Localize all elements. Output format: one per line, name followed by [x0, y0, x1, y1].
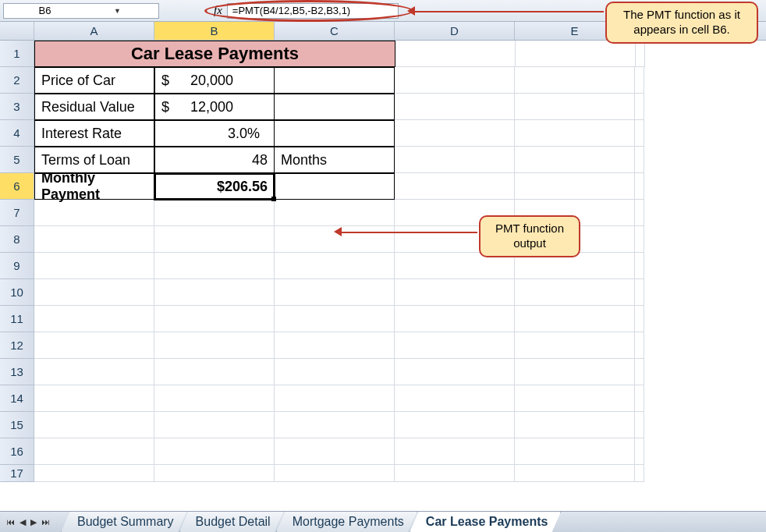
cell-E14[interactable]: [515, 385, 635, 412]
cell-B13[interactable]: [154, 359, 275, 385]
cell-F5[interactable]: [635, 147, 644, 173]
fill-handle[interactable]: [271, 197, 276, 201]
cell-B15[interactable]: [154, 412, 275, 438]
row-header-1[interactable]: 1: [0, 41, 34, 67]
row-header-10[interactable]: 10: [0, 279, 34, 306]
cell-F11[interactable]: [635, 306, 644, 332]
cell-F9[interactable]: [635, 253, 644, 279]
cell-C10[interactable]: [275, 279, 395, 306]
tab-budget-detail[interactable]: Budget Detail: [179, 512, 284, 533]
cell-A2[interactable]: Price of Car: [34, 67, 154, 94]
cell-B12[interactable]: [154, 332, 275, 359]
cell-D10[interactable]: [395, 279, 515, 306]
col-header-C[interactable]: C: [275, 22, 395, 40]
cell-C2[interactable]: [275, 67, 395, 94]
cell-A4[interactable]: Interest Rate: [34, 120, 154, 147]
cell-E15[interactable]: [515, 412, 635, 438]
cell-F13[interactable]: [635, 359, 644, 385]
row-header-16[interactable]: 16: [0, 438, 34, 465]
cell-A9[interactable]: [34, 253, 154, 279]
select-all-corner[interactable]: [0, 22, 34, 40]
cell-A3[interactable]: Residual Value: [34, 94, 154, 120]
tab-nav-prev-icon[interactable]: ◀: [18, 517, 27, 527]
cell-C9[interactable]: [275, 253, 395, 279]
cell-C7[interactable]: [275, 200, 395, 226]
cell-B17[interactable]: [154, 465, 275, 482]
cell-D5[interactable]: [395, 147, 515, 173]
tab-nav-next-icon[interactable]: ▶: [29, 517, 38, 527]
cell-D11[interactable]: [395, 306, 515, 332]
cell-F1[interactable]: [636, 41, 645, 67]
cell-E10[interactable]: [515, 279, 635, 306]
cell-F2[interactable]: [635, 67, 644, 94]
cell-B9[interactable]: [154, 253, 275, 279]
col-header-B[interactable]: B: [154, 22, 275, 40]
row-header-4[interactable]: 4: [0, 120, 34, 147]
cell-B2[interactable]: $ 20,000: [154, 67, 275, 94]
row-header-11[interactable]: 11: [0, 306, 34, 332]
cell-B4[interactable]: 3.0%: [154, 120, 275, 147]
cell-F8[interactable]: [635, 226, 644, 253]
cell-A11[interactable]: [34, 306, 154, 332]
tab-nav-last-icon[interactable]: ⏭: [40, 517, 51, 527]
cell-E16[interactable]: [515, 438, 635, 465]
row-header-5[interactable]: 5: [0, 147, 34, 173]
cell-F14[interactable]: [635, 385, 644, 412]
row-header-15[interactable]: 15: [0, 412, 34, 438]
cell-A7[interactable]: [34, 200, 154, 226]
cell-C13[interactable]: [275, 359, 395, 385]
row-header-2[interactable]: 2: [0, 67, 34, 94]
cell-F12[interactable]: [635, 332, 644, 359]
cell-C6[interactable]: [275, 173, 395, 200]
cell-F3[interactable]: [635, 94, 644, 120]
cell-D4[interactable]: [395, 120, 515, 147]
row-header-17[interactable]: 17: [0, 465, 34, 482]
cell-F15[interactable]: [635, 412, 644, 438]
row-header-8[interactable]: 8: [0, 226, 34, 253]
cell-D1[interactable]: [395, 41, 516, 67]
cell-E13[interactable]: [515, 359, 635, 385]
cell-E11[interactable]: [515, 306, 635, 332]
cell-F6[interactable]: [635, 173, 644, 200]
col-header-D[interactable]: D: [395, 22, 515, 40]
cell-C11[interactable]: [275, 306, 395, 332]
cell-A14[interactable]: [34, 385, 154, 412]
cell-E4[interactable]: [515, 120, 635, 147]
cell-E2[interactable]: [515, 67, 635, 94]
cell-F7[interactable]: [635, 200, 644, 226]
cell-E5[interactable]: [515, 147, 635, 173]
tab-mortgage-payments[interactable]: Mortgage Payments: [276, 512, 417, 533]
cell-F16[interactable]: [635, 438, 644, 465]
name-box-dropdown-icon[interactable]: ▼: [81, 7, 154, 15]
cell-A16[interactable]: [34, 438, 154, 465]
row-header-13[interactable]: 13: [0, 359, 34, 385]
cell-A12[interactable]: [34, 332, 154, 359]
cell-A17[interactable]: [34, 465, 154, 482]
tab-budget-summary[interactable]: Budget Summary: [61, 512, 187, 533]
cell-A13[interactable]: [34, 359, 154, 385]
cell-C12[interactable]: [275, 332, 395, 359]
name-box[interactable]: B6 ▼: [3, 3, 159, 19]
cell-F4[interactable]: [635, 120, 644, 147]
cell-B8[interactable]: [154, 226, 275, 253]
cell-F17[interactable]: [635, 465, 644, 482]
row-header-6[interactable]: 6: [0, 173, 34, 200]
cell-D12[interactable]: [395, 332, 515, 359]
cell-A15[interactable]: [34, 412, 154, 438]
cell-E12[interactable]: [515, 332, 635, 359]
tab-nav-first-icon[interactable]: ⏮: [5, 517, 16, 527]
cell-C16[interactable]: [275, 438, 395, 465]
cell-C14[interactable]: [275, 385, 395, 412]
cell-E17[interactable]: [515, 465, 635, 482]
cell-B16[interactable]: [154, 438, 275, 465]
cell-C15[interactable]: [275, 412, 395, 438]
cell-B10[interactable]: [154, 279, 275, 306]
row-header-12[interactable]: 12: [0, 332, 34, 359]
cell-D2[interactable]: [395, 67, 515, 94]
cell-E3[interactable]: [515, 94, 635, 120]
cells-grid[interactable]: Car Lease Payments Price of Car $ 20,000…: [34, 41, 766, 482]
row-header-14[interactable]: 14: [0, 385, 34, 412]
cell-B6-selected[interactable]: $206.56: [154, 173, 275, 200]
row-header-9[interactable]: 9: [0, 253, 34, 279]
cell-C4[interactable]: [275, 120, 395, 147]
